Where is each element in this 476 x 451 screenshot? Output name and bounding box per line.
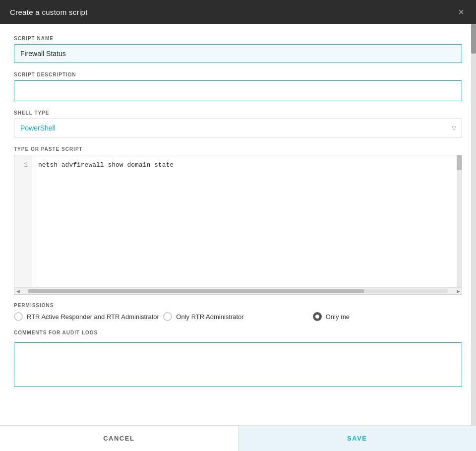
comments-label: COMMENTS FOR AUDIT LOGS bbox=[14, 330, 462, 335]
permissions-label: PERMISSIONS bbox=[14, 303, 462, 308]
scroll-right-arrow[interactable]: ▶ bbox=[455, 288, 462, 295]
editor-scrollbar-right[interactable] bbox=[457, 155, 462, 287]
modal-scrollbar-right[interactable] bbox=[471, 24, 476, 425]
comments-textarea[interactable] bbox=[14, 342, 462, 387]
shell-type-select[interactable]: PowerShell Bash bbox=[14, 119, 462, 137]
modal-footer: CANCEL SAVE bbox=[0, 425, 476, 451]
modal-header: Create a custom script × bbox=[0, 0, 476, 24]
save-button[interactable]: SAVE bbox=[238, 426, 476, 451]
line-numbers: 1 bbox=[14, 155, 32, 287]
permissions-section: PERMISSIONS RTR Active Responder and RTR… bbox=[14, 303, 462, 321]
editor-scrollbar-bottom: ◀ ▶ bbox=[14, 287, 462, 294]
radio-circle-2 bbox=[163, 312, 172, 321]
script-description-label: SCRIPT DESCRIPTION bbox=[14, 72, 462, 77]
modal-body: SCRIPT NAME SCRIPT DESCRIPTION SHELL TYP… bbox=[0, 24, 476, 415]
radio-circle-3 bbox=[313, 312, 322, 321]
script-editor-wrapper: 1 netsh advfirewall show domain state ◀ … bbox=[14, 155, 462, 295]
line-number-1: 1 bbox=[18, 160, 28, 171]
script-editor-label: TYPE OR PASTE SCRIPT bbox=[14, 146, 462, 152]
cancel-button[interactable]: CANCEL bbox=[0, 426, 238, 451]
script-description-input[interactable] bbox=[14, 80, 462, 101]
script-name-label: SCRIPT NAME bbox=[14, 36, 462, 41]
modal-scroll-thumb bbox=[471, 24, 476, 54]
permission-label-2: Only RTR Administrator bbox=[176, 313, 243, 321]
script-name-input[interactable] bbox=[14, 44, 462, 63]
permission-label-1: RTR Active Responder and RTR Administrat… bbox=[27, 313, 159, 321]
permission-option-1[interactable]: RTR Active Responder and RTR Administrat… bbox=[14, 312, 163, 321]
scroll-left-arrow[interactable]: ◀ bbox=[14, 288, 21, 295]
permissions-options: RTR Active Responder and RTR Administrat… bbox=[14, 312, 462, 321]
editor-scroll-thumb bbox=[457, 155, 462, 170]
shell-type-wrapper: PowerShell Bash ▽ bbox=[14, 119, 462, 137]
permission-label-3: Only me bbox=[326, 313, 350, 321]
permission-option-3[interactable]: Only me bbox=[313, 312, 462, 321]
script-textarea[interactable]: netsh advfirewall show domain state bbox=[32, 155, 457, 287]
permission-option-2[interactable]: Only RTR Administrator bbox=[163, 312, 312, 321]
modal-overlay: Create a custom script × SCRIPT NAME SCR… bbox=[0, 0, 476, 451]
close-button[interactable]: × bbox=[456, 7, 466, 17]
shell-type-label: SHELL TYPE bbox=[14, 110, 462, 116]
modal-title: Create a custom script bbox=[10, 8, 88, 16]
h-scroll-track bbox=[28, 289, 448, 293]
h-scroll-thumb bbox=[28, 289, 364, 293]
radio-circle-1 bbox=[14, 312, 23, 321]
modal-container: Create a custom script × SCRIPT NAME SCR… bbox=[0, 0, 476, 451]
script-editor-content: 1 netsh advfirewall show domain state bbox=[14, 155, 462, 287]
save-label: SAVE bbox=[347, 435, 367, 442]
